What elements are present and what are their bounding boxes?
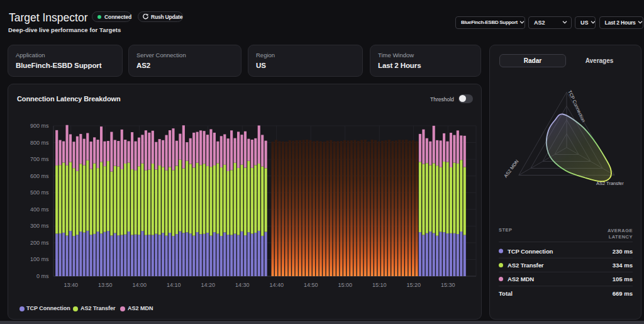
svg-text:105 ms: 105 ms — [613, 276, 633, 282]
svg-text:300 ms: 300 ms — [30, 223, 49, 229]
svg-text:14:10: 14:10 — [167, 282, 181, 288]
svg-text:AS2 MDN: AS2 MDN — [508, 276, 534, 282]
svg-text:900 ms: 900 ms — [30, 123, 49, 129]
svg-text:AVERAGE: AVERAGE — [608, 228, 633, 233]
svg-text:200 ms: 200 ms — [30, 240, 49, 246]
svg-text:15:00: 15:00 — [338, 282, 352, 288]
svg-text:TCP Connection: TCP Connection — [508, 247, 553, 254]
svg-text:669 ms: 669 ms — [613, 289, 633, 296]
svg-text:AS2 Transfer: AS2 Transfer — [596, 181, 624, 186]
svg-text:13:50: 13:50 — [98, 282, 113, 288]
svg-text:400 ms: 400 ms — [30, 206, 49, 213]
svg-text:15:30: 15:30 — [441, 282, 455, 288]
svg-text:AS2 Transfer: AS2 Transfer — [508, 261, 544, 268]
svg-text:15:10: 15:10 — [372, 282, 387, 288]
svg-text:LATENCY: LATENCY — [609, 234, 633, 240]
svg-text:100 ms: 100 ms — [30, 256, 49, 262]
svg-text:STEP: STEP — [499, 227, 513, 233]
svg-text:230 ms: 230 ms — [613, 247, 633, 254]
svg-text:Total: Total — [499, 289, 513, 296]
svg-text:334 ms: 334 ms — [613, 261, 633, 268]
svg-text:0 ms: 0 ms — [36, 273, 49, 279]
svg-text:600 ms: 600 ms — [30, 173, 49, 179]
svg-text:500 ms: 500 ms — [30, 189, 49, 196]
svg-text:700 ms: 700 ms — [30, 156, 49, 162]
svg-text:15:20: 15:20 — [406, 282, 421, 288]
svg-text:14:30: 14:30 — [235, 282, 250, 288]
svg-text:AS2 MDN: AS2 MDN — [502, 159, 519, 179]
svg-text:14:50: 14:50 — [304, 282, 318, 288]
svg-text:800 ms: 800 ms — [30, 140, 49, 146]
svg-text:14:40: 14:40 — [269, 282, 284, 288]
svg-text:14:00: 14:00 — [132, 282, 147, 288]
svg-text:14:20: 14:20 — [201, 282, 215, 288]
svg-text:13:40: 13:40 — [64, 282, 78, 288]
